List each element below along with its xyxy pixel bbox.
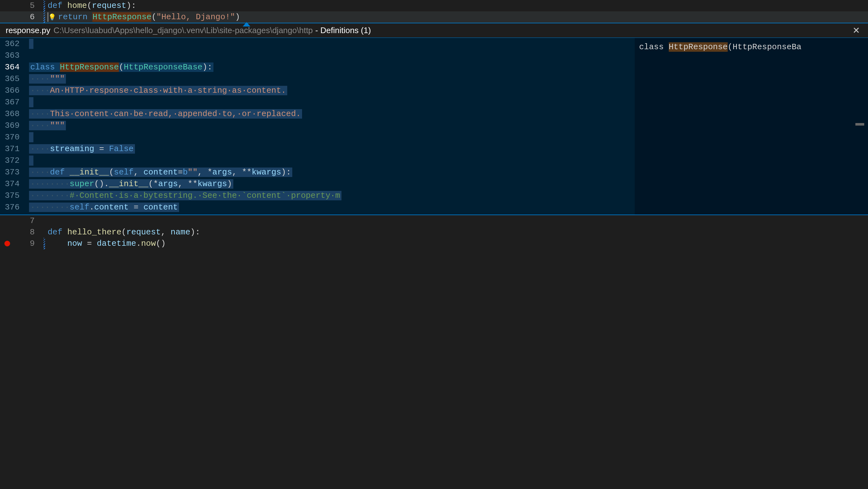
line-number: 376 — [0, 203, 29, 212]
line-number: 363 — [0, 51, 29, 60]
line-number: 371 — [0, 144, 29, 154]
code-content[interactable]: ········self.content = content — [29, 203, 179, 212]
line-number: 373 — [0, 168, 29, 177]
line-number: 6 — [14, 12, 43, 22]
code-content[interactable]: ····""" — [29, 74, 66, 84]
code-content[interactable]: def hello_there(request, name): — [45, 227, 868, 237]
line-number: 377 — [0, 214, 29, 215]
code-content[interactable]: ····streaming = False — [29, 144, 135, 154]
peek-line-370[interactable]: 370 — [0, 131, 635, 143]
code-content[interactable]: now = datetime.now() — [45, 239, 868, 248]
line-number: 368 — [0, 109, 29, 119]
peek-line-373[interactable]: 373 ····def __init__(self, content=b"", … — [0, 166, 635, 178]
main-editor-bottom[interactable]: 7 8 def hello_there(request, name): 9 no… — [0, 215, 868, 249]
peek-line-367[interactable]: 367 — [0, 96, 635, 108]
line-number: 365 — [0, 74, 29, 84]
code-content[interactable]: def home(request): — [45, 1, 868, 10]
line-number: 8 — [14, 227, 43, 237]
lightbulb-icon[interactable]: 💡 — [48, 13, 56, 21]
peek-line-369[interactable]: 369 ····""" — [0, 120, 635, 131]
code-content[interactable]: ····This·content·can·be·read,·appended·t… — [29, 109, 302, 119]
reference-item[interactable]: class HttpResponse(HttpResponseBa — [639, 41, 864, 53]
peek-line-364[interactable]: 364 class HttpResponse(HttpResponseBase)… — [0, 61, 635, 73]
code-content[interactable]: class HttpResponse(HttpResponseBase): — [29, 62, 213, 72]
line-number: 364 — [0, 62, 29, 72]
peek-code-area[interactable]: 362 363 364 class HttpResponse(HttpRespo… — [0, 38, 635, 214]
line-number: 374 — [0, 179, 29, 189]
code-line-5[interactable]: 5 def home(request): — [0, 0, 868, 11]
minimap-indicator — [856, 123, 864, 125]
line-number: 9 — [14, 239, 43, 248]
line-number: 372 — [0, 156, 29, 165]
close-icon[interactable]: ✕ — [850, 24, 862, 37]
peek-line-366[interactable]: 366 ····An·HTTP·response·class·with·a·st… — [0, 85, 635, 96]
code-content[interactable]: ········#·Content·is·a·bytestring.·See·t… — [29, 191, 341, 200]
code-content[interactable]: ········super().__init__(*args, **kwargs… — [29, 179, 233, 189]
code-content[interactable]: ····def __init__(self, content=b"", *arg… — [29, 168, 292, 177]
peek-line-365[interactable]: 365 ····""" — [0, 73, 635, 85]
line-number: 362 — [0, 39, 29, 49]
peek-line-376[interactable]: 376 ········self.content = content — [0, 201, 635, 213]
peek-line-377[interactable]: 377 — [0, 213, 635, 214]
line-number: 366 — [0, 86, 29, 95]
code-line-6[interactable]: 6 💡return HttpResponse("Hello, Django!") — [0, 11, 868, 23]
glyph-margin[interactable] — [0, 241, 14, 247]
peek-filename: response.py — [6, 26, 51, 35]
code-content[interactable]: ····An·HTTP·response·class·with·a·string… — [29, 86, 287, 95]
code-content[interactable]: 💡return HttpResponse("Hello, Django!") — [45, 12, 868, 22]
main-editor-top[interactable]: 5 def home(request): 6 💡return HttpRespo… — [0, 0, 868, 23]
line-number: 370 — [0, 133, 29, 142]
line-number: 7 — [14, 216, 43, 226]
line-number: 369 — [0, 121, 29, 130]
peek-line-375[interactable]: 375 ········#·Content·is·a·bytestring.·S… — [0, 190, 635, 201]
peek-line-368[interactable]: 368 ····This·content·can·be·read,·append… — [0, 108, 635, 120]
peek-title: - Definitions (1) — [315, 26, 371, 35]
peek-references-panel[interactable]: class HttpResponse(HttpResponseBa — [635, 38, 868, 214]
peek-line-362[interactable]: 362 — [0, 38, 635, 50]
peek-line-363[interactable]: 363 — [0, 50, 635, 61]
peek-line-371[interactable]: 371 ····streaming = False — [0, 143, 635, 154]
peek-body: 362 363 364 class HttpResponse(HttpRespo… — [0, 38, 868, 214]
code-content[interactable]: ····""" — [29, 121, 66, 130]
peek-filepath: C:\Users\luabud\Apps\hello_django\.venv\… — [54, 26, 313, 35]
peek-header: response.py C:\Users\luabud\Apps\hello_d… — [0, 23, 868, 38]
breakpoint-icon[interactable] — [4, 241, 10, 247]
peek-definition-view: response.py C:\Users\luabud\Apps\hello_d… — [0, 23, 868, 215]
code-line-8[interactable]: 8 def hello_there(request, name): — [0, 227, 868, 238]
line-number: 375 — [0, 191, 29, 200]
peek-line-372[interactable]: 372 — [0, 154, 635, 166]
peek-pointer-icon — [243, 22, 250, 27]
peek-line-374[interactable]: 374 ········super().__init__(*args, **kw… — [0, 178, 635, 190]
code-line-9[interactable]: 9 now = datetime.now() — [0, 238, 868, 249]
line-number: 367 — [0, 97, 29, 107]
code-line-7[interactable]: 7 — [0, 215, 868, 227]
line-number: 5 — [14, 1, 43, 10]
